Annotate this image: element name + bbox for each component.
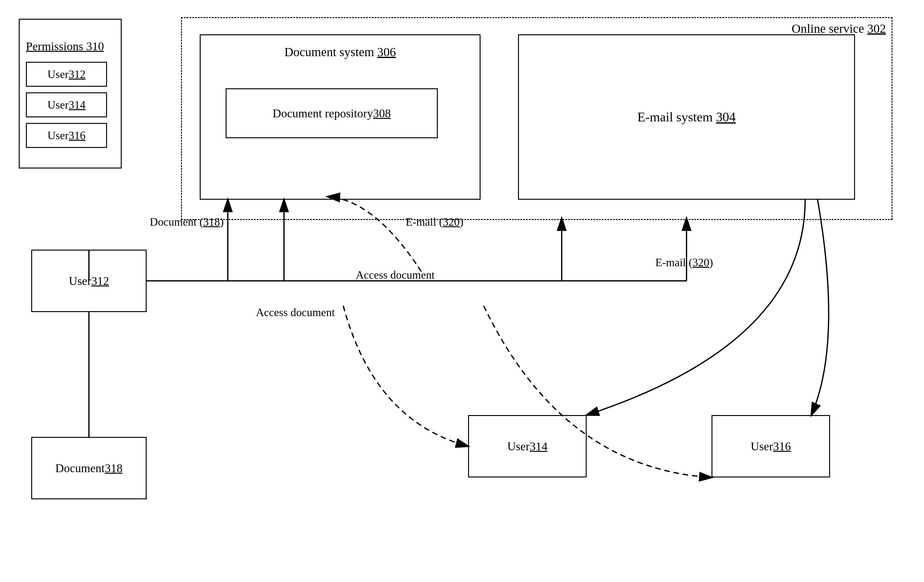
user-314-small: User 314 [26,92,107,117]
user-314-large: User 314 [468,415,587,478]
email-label-top: E-mail (320) [406,215,464,228]
permissions-box: Permissions 310 User 312 User 314 User 3… [19,19,122,168]
email-system-box: E-mail system 304 [518,34,855,200]
user-316-large: User 316 [711,415,830,478]
doc-318-large: Document 318 [31,437,147,499]
document-label: Document (318) [150,215,224,228]
doc-repo-box: Document repository 308 [226,88,438,138]
user-316-small: User 316 [26,123,107,148]
doc-system-box: Document system 306 Document repository … [200,34,480,200]
user-312-large: User 312 [31,250,147,312]
permissions-title: Permissions 310 [26,39,104,53]
online-service-label: Online service 302 [792,21,886,36]
diagram: Permissions 310 User 312 User 314 User 3… [0,0,924,582]
email-system-label: E-mail system 304 [637,110,736,125]
doc-system-label: Document system 306 [284,45,396,59]
access-document-2: Access document [356,269,435,282]
email-label-right: E-mail (320) [655,256,713,269]
user-312-small: User 312 [26,62,107,87]
access-document-1: Access document [256,306,335,319]
